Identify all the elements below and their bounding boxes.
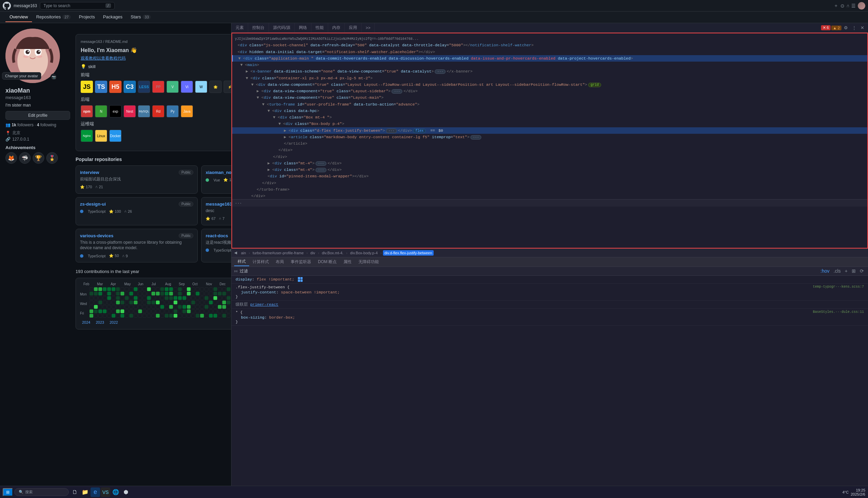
edit-profile-button[interactable]: Edit profile: [5, 111, 70, 120]
taskbar-app-github[interactable]: ⬢: [121, 487, 131, 497]
taskbar-app-edge[interactable]: e: [91, 487, 100, 497]
repo-name-6[interactable]: react-docs: [206, 233, 228, 238]
issues-icon[interactable]: ⊙: [840, 3, 844, 9]
repo-name-4[interactable]: message163: [206, 201, 232, 207]
nav-stars[interactable]: Stars 33: [127, 12, 155, 22]
tree-line-19[interactable]: </div>: [232, 154, 867, 160]
start-button[interactable]: ⊞: [3, 488, 13, 496]
lang-label-2: Vue: [213, 178, 220, 182]
refresh-btn[interactable]: ⟳: [858, 268, 865, 274]
styles-tab-layout[interactable]: 布局: [272, 258, 287, 266]
tree-line-24[interactable]: </turbo-frame>: [232, 186, 867, 193]
devtools-tab-网络[interactable]: 网络: [295, 23, 312, 32]
styles-tab-styles[interactable]: 样式: [234, 258, 249, 266]
tree-line-9[interactable]: ▶ <div data-view-component="true" class=…: [232, 88, 867, 94]
tree-line-7[interactable]: ▼ <div class="container-xl px-3 px-md-4 …: [232, 75, 867, 81]
tree-line-10[interactable]: ▼ <div data-view-component="true" class=…: [232, 94, 867, 101]
tree-line-22[interactable]: <div id="pinned-items-modal-wrapper"></d…: [232, 173, 867, 179]
user-avatar-topbar[interactable]: [858, 2, 865, 10]
styles-tab-accessibility[interactable]: 无障碍功能: [355, 258, 382, 266]
hov-filter-btn[interactable]: :hov: [819, 268, 831, 274]
devtools-tab-控制台[interactable]: 控制台: [248, 23, 269, 32]
taskbar-app-chrome[interactable]: 🌐: [111, 487, 120, 497]
cls-filter-btn[interactable]: .cls: [832, 268, 842, 274]
taskbar-weather: 4°C: [842, 490, 849, 494]
styles-tab-computed[interactable]: 计算样式: [249, 258, 272, 266]
devtools-close-icon[interactable]: ✕: [859, 25, 866, 31]
breadcrumb-back-icon[interactable]: ◀: [234, 250, 237, 255]
breadcrumb-dflex[interactable]: div.d-flex.flex-justify-between: [383, 250, 433, 255]
frontend-label: 前端: [81, 72, 90, 78]
devtools-tab-应用[interactable]: 应用: [345, 23, 361, 32]
tree-line-13[interactable]: ▼ <div class="Box mt-4 ">: [232, 114, 867, 120]
nav-packages[interactable]: Packages: [99, 12, 127, 22]
repo-name-3[interactable]: zs-design-ui: [80, 201, 106, 207]
taskbar-search[interactable]: 🔍 搜索: [14, 488, 69, 496]
lang-label-6: TypeScript: [213, 248, 231, 252]
repo-meta-5: TypeScript ⭐ 50 ⑃ 9: [80, 253, 193, 258]
ops-heading: 运维端: [81, 121, 232, 127]
tree-line-1[interactable]: yJIjoibm90aWZpY2F1aW9uLWNoYW5uZWQ6MzI2Mz…: [232, 36, 867, 42]
styles-tab-dom-breakpoints[interactable]: DOM 断点: [315, 258, 340, 266]
topbar-search-box[interactable]: Type to search /: [40, 2, 115, 10]
tree-line-6[interactable]: ▶ <x-banner data-dismiss-scheme="none" d…: [232, 68, 867, 75]
tree-line-23[interactable]: </div>: [232, 180, 867, 186]
tree-line-15-selected[interactable]: ▶ <div class="d-flex flex-justify-betwee…: [232, 127, 867, 134]
styles-tab-events[interactable]: 事件监听器: [287, 258, 315, 266]
ops-label: 运维端: [81, 121, 94, 127]
tree-line-4-selected[interactable]: ▼ <div class="application-main " data-co…: [232, 55, 867, 62]
breadcrumb-box-mt4[interactable]: div.Box.mt-4.: [321, 250, 345, 255]
breadcrumb-turboframe[interactable]: turbo-frame#user-profile-frame: [251, 250, 305, 255]
node-icon: N: [95, 105, 107, 117]
css-rule-display-flex: display: flex !important;: [232, 276, 868, 284]
taskbar-app-code[interactable]: VS: [101, 487, 110, 497]
year-2024-link[interactable]: 2024: [80, 320, 92, 325]
tree-line-17[interactable]: </article>: [232, 140, 867, 147]
tree-line-16[interactable]: ▶ <article class="markdown-body entry-co…: [232, 134, 867, 140]
tree-line-2[interactable]: <div class="js-socket-channel" data-refr…: [232, 42, 867, 48]
tree-ellipsis-icon[interactable]: ···: [235, 201, 242, 205]
readme-link[interactable]: 观看教程以查看教程代码: [81, 55, 232, 61]
ts-icon: TS: [95, 81, 107, 93]
tree-line-11[interactable]: ▼ <turbo-frame id="user-profile-frame" d…: [232, 101, 867, 107]
nav-repositories[interactable]: Repositories 27: [32, 12, 75, 22]
breadcrumb-ain[interactable]: ain: [240, 250, 248, 255]
breadcrumb-div[interactable]: div: [309, 250, 317, 255]
nav-overview[interactable]: Overview: [5, 12, 32, 22]
styles-tab-properties[interactable]: 属性: [340, 258, 355, 266]
nav-projects[interactable]: Projects: [75, 12, 99, 22]
new-rule-btn[interactable]: ⊞: [850, 268, 857, 274]
tree-line-12[interactable]: ▼ <div class data-hpc>: [232, 107, 867, 114]
tree-line-3[interactable]: <div hidden data-initial data-target="no…: [232, 49, 867, 55]
devtools-settings-icon[interactable]: ⚙: [842, 25, 850, 31]
tree-line-21[interactable]: ▶ <div class="mt-4">···</div>: [232, 167, 867, 173]
year-2023-link[interactable]: 2023: [94, 320, 106, 325]
inbox-icon[interactable]: ☰: [851, 3, 856, 9]
devtools-tab-源代码[interactable]: 源代码/源: [269, 23, 295, 32]
repo-name-2[interactable]: xiaoman_novid19: [206, 170, 232, 175]
taskbar-app-folder[interactable]: 📁: [80, 487, 90, 497]
tree-line-8[interactable]: ▼ <div data-view-component="true" class=…: [232, 81, 867, 88]
tree-line-25[interactable]: </div>: [232, 193, 867, 199]
plus-filter-btn[interactable]: +: [843, 268, 849, 274]
taskbar-app-file[interactable]: 🗋: [70, 487, 80, 497]
devtools-tab-元素[interactable]: 元素: [232, 23, 248, 32]
repo-name-5[interactable]: various-devices: [80, 233, 113, 238]
pullrequest-icon[interactable]: ⑃: [846, 3, 849, 9]
tree-line-14[interactable]: ▼ <div class="Box-body p-4">: [232, 120, 867, 127]
css-filter-buttons: :hov .cls + ⊞ ⟳: [819, 268, 865, 274]
devtools-tab-内存[interactable]: 内存: [328, 23, 345, 32]
plus-icon[interactable]: ＋: [833, 3, 838, 9]
devtools-tab-性能[interactable]: 性能: [312, 23, 328, 32]
breadcrumb-box-body[interactable]: div.Box-body.p-4: [349, 250, 379, 255]
primer-react-link[interactable]: primer-react: [250, 302, 278, 307]
devtools-tab-more[interactable]: >>: [361, 23, 375, 32]
tree-line-20[interactable]: ▶ <div class="mt-4">···</div>: [232, 160, 867, 167]
tree-line-18[interactable]: </div>: [232, 147, 867, 153]
filter-label: 过滤: [240, 268, 248, 274]
readme-card: message163 / README.md ✏️ Hello, I'm Xia…: [76, 34, 232, 151]
tree-line-5[interactable]: ▼ <main>: [232, 62, 867, 68]
repo-name-1[interactable]: interview: [80, 170, 99, 175]
year-2022-link[interactable]: 2022: [108, 320, 120, 325]
devtools-more-icon[interactable]: ⋮: [850, 25, 858, 31]
